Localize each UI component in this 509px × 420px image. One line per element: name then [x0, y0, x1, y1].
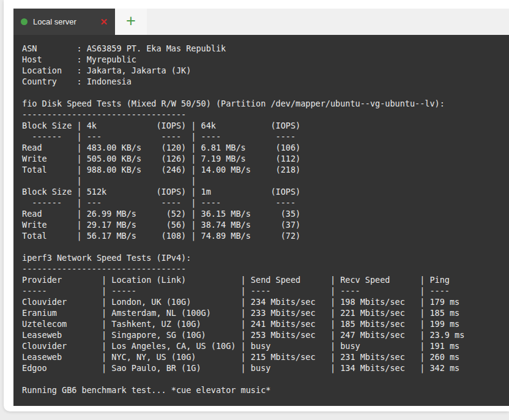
tab-local-server[interactable]: Local server ✕ [13, 9, 115, 35]
terminal-output-area[interactable]: ASN : AS63859 PT. Eka Mas Republik Host … [13, 35, 509, 406]
terminal-window: Local server ✕ + ASN : AS63859 PT. Eka M… [4, 0, 509, 411]
tab-title: Local server [33, 17, 100, 26]
tab-bar-left-spacer [4, 9, 13, 35]
plus-icon: + [126, 13, 136, 29]
tab-bar-empty-area [147, 9, 509, 35]
tab-bar: Local server ✕ + [4, 9, 509, 35]
connection-status-icon [21, 18, 28, 25]
new-tab-button[interactable]: + [115, 9, 147, 35]
terminal-text: ASN : AS63859 PT. Eka Mas Republik Host … [22, 43, 509, 396]
window-titlebar [4, 0, 509, 9]
close-tab-icon[interactable]: ✕ [100, 17, 108, 26]
